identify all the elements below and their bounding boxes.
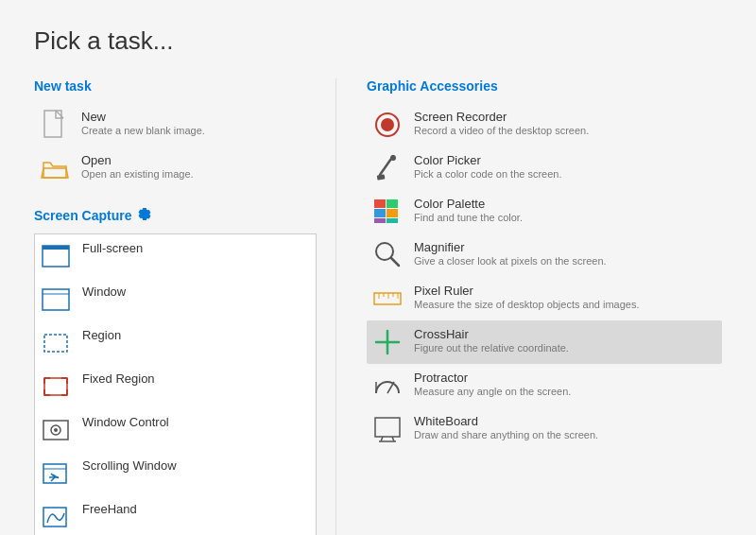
svg-rect-33 (387, 199, 398, 208)
scrolling-window-item[interactable]: Scrolling Window (35, 452, 316, 495)
crosshair-item[interactable]: CrossHair Figure out the relative coordi… (367, 320, 722, 364)
protractor-item[interactable]: Protractor Measure any angle on the scre… (367, 364, 722, 407)
whiteboard-desc: Draw and share anything on the screen. (414, 429, 598, 440)
screen-capture-list[interactable]: Full-screen Window (34, 233, 317, 535)
protractor-desc: Measure any angle on the screen. (414, 386, 571, 397)
svg-point-17 (54, 428, 58, 432)
color-palette-icon (372, 197, 403, 227)
new-icon (40, 110, 70, 140)
color-picker-item[interactable]: Color Picker Pick a color code on the sc… (367, 147, 722, 190)
svg-rect-36 (374, 218, 386, 223)
window-control-icon (41, 415, 71, 445)
window-label: Window (82, 285, 126, 299)
new-item[interactable]: New Create a new blank image. (34, 103, 317, 147)
right-column: Graphic Accessories Screen Recorder Reco… (336, 78, 722, 535)
color-palette-desc: Find and tune the color. (414, 212, 523, 223)
svg-point-31 (390, 155, 396, 161)
scrolling-window-icon (41, 458, 71, 489)
magnifier-label: Magnifier (414, 240, 607, 254)
fixed-region-label: Fixed Region (82, 371, 155, 386)
whiteboard-label: WhiteBoard (414, 414, 598, 428)
fixed-region-item[interactable]: Fixed Region (35, 365, 316, 408)
screen-capture-section: Screen Capture (34, 207, 317, 535)
svg-rect-40 (374, 293, 401, 304)
svg-rect-30 (377, 174, 386, 180)
settings-icon[interactable] (137, 207, 151, 224)
fixed-region-icon (41, 371, 71, 402)
color-palette-label: Color Palette (414, 197, 523, 211)
freehand-item[interactable]: FreeHand (35, 495, 316, 535)
pixel-ruler-label: Pixel Ruler (414, 284, 639, 298)
protractor-label: Protractor (414, 371, 571, 385)
open-icon (40, 153, 70, 183)
svg-rect-35 (387, 209, 398, 217)
magnifier-item[interactable]: Magnifier Give a closer look at pixels o… (367, 233, 722, 277)
fullscreen-item[interactable]: Full-screen (35, 234, 316, 278)
magnifier-desc: Give a closer look at pixels on the scre… (414, 255, 607, 267)
window-control-item[interactable]: Window Control (35, 408, 316, 452)
svg-rect-51 (375, 418, 400, 437)
svg-rect-32 (374, 199, 386, 208)
page-title: Pick a task... (34, 26, 722, 56)
protractor-icon (372, 371, 403, 401)
screen-recorder-icon (372, 110, 403, 140)
freehand-icon (41, 502, 71, 532)
scrolling-window-label: Scrolling Window (82, 458, 177, 473)
whiteboard-item[interactable]: WhiteBoard Draw and share anything on th… (367, 407, 722, 451)
whiteboard-icon (372, 414, 403, 444)
pixel-ruler-item[interactable]: Pixel Ruler Measure the size of desktop … (367, 277, 722, 320)
pixel-ruler-icon (372, 284, 403, 314)
color-picker-desc: Pick a color code on the screen. (414, 168, 562, 180)
window-icon (41, 285, 71, 315)
screen-recorder-desc: Record a video of the desktop screen. (414, 125, 589, 136)
new-desc: Create a new blank image. (81, 125, 205, 136)
fullscreen-label: Full-screen (82, 241, 143, 255)
svg-rect-18 (43, 464, 66, 483)
new-task-title: New task (34, 78, 317, 94)
color-palette-item[interactable]: Color Palette Find and tune the color. (367, 190, 722, 233)
open-label: Open (81, 153, 194, 167)
color-picker-icon (372, 153, 403, 183)
new-task-section: New task New Create a new blank image. (34, 78, 317, 190)
screen-capture-title: Screen Capture (34, 207, 317, 224)
crosshair-icon (372, 327, 403, 357)
crosshair-label: CrossHair (414, 327, 569, 341)
open-desc: Open an existing image. (81, 168, 194, 180)
window-control-label: Window Control (82, 415, 169, 429)
new-label: New (81, 110, 205, 124)
svg-rect-2 (43, 246, 69, 250)
fullscreen-icon (41, 241, 71, 271)
region-item[interactable]: Region (35, 321, 316, 365)
color-picker-label: Color Picker (414, 153, 562, 167)
crosshair-desc: Figure out the relative coordinate. (414, 342, 569, 354)
svg-rect-37 (387, 218, 398, 223)
region-label: Region (82, 328, 121, 342)
pixel-ruler-desc: Measure the size of desktop objects and … (414, 299, 639, 310)
magnifier-icon (372, 240, 403, 270)
open-item[interactable]: Open Open an existing image. (34, 147, 317, 190)
left-column: New task New Create a new blank image. (34, 78, 336, 535)
svg-rect-3 (43, 289, 69, 310)
svg-line-39 (391, 258, 399, 266)
screen-recorder-label: Screen Recorder (414, 110, 589, 124)
region-icon (41, 328, 71, 358)
svg-rect-5 (44, 335, 67, 352)
svg-rect-6 (44, 378, 67, 395)
svg-line-50 (387, 382, 394, 393)
graphic-accessories-title: Graphic Accessories (367, 78, 722, 94)
screen-recorder-item[interactable]: Screen Recorder Record a video of the de… (367, 103, 722, 147)
freehand-label: FreeHand (82, 502, 137, 516)
svg-point-28 (381, 118, 394, 131)
window-item[interactable]: Window (35, 278, 316, 321)
svg-rect-34 (374, 209, 386, 217)
